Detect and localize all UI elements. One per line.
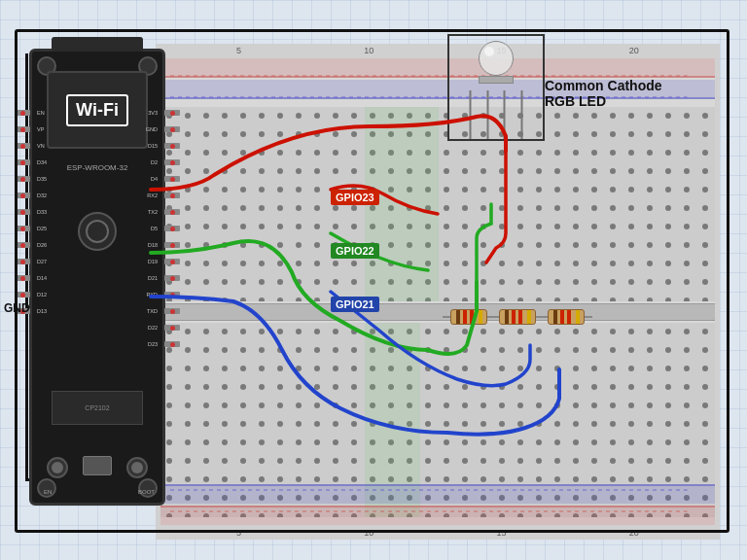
- pin-d19: D19: [146, 259, 158, 264]
- pin-d21: D21: [146, 275, 158, 281]
- esp32-pins-right: [164, 110, 180, 347]
- pin-vp: VP: [37, 126, 47, 132]
- right-pin-4: [164, 159, 180, 165]
- gpio21-label: GPIO21: [331, 297, 379, 312]
- led-reflection: [484, 47, 494, 56]
- led-component-box: [447, 34, 545, 141]
- pin-vn: VN: [37, 143, 47, 149]
- boot-label: BOOT: [138, 489, 155, 495]
- esp32-logo-inner: [86, 220, 109, 243]
- right-pin-15: [164, 341, 180, 347]
- right-pin-5: [164, 176, 180, 182]
- esp32-wifi-module: Wi-Fi: [47, 71, 148, 149]
- usb-connector: [83, 456, 112, 475]
- right-pin-6: [164, 192, 180, 198]
- pin-d2: D2: [146, 159, 158, 165]
- led-label-line1: Common Cathode: [545, 78, 662, 93]
- bb-num-10: 10: [364, 46, 374, 55]
- pin-txd: TXD: [146, 308, 158, 314]
- pin-labels-right: 3V3 GND D15 D2 D4 RX2 TX2 D5 D18 D19 D21…: [146, 110, 158, 347]
- esp32-antenna: [52, 37, 143, 52]
- pin-d27: D27: [37, 259, 47, 264]
- resistor-body-3: [548, 309, 585, 325]
- left-pin-10: [15, 259, 30, 264]
- bb-bot-num-5: 5: [236, 528, 241, 538]
- svg-rect-5: [383, 107, 402, 301]
- bottom-red-rail: [160, 508, 715, 527]
- boot-button-inner: [131, 462, 143, 473]
- led-label: Common Cathode RGB LED: [545, 78, 662, 109]
- pin-d14: D14: [37, 275, 47, 281]
- esp32-chip-label: ESP-WROOM-32: [32, 163, 162, 172]
- resistor-stripe-3c: [567, 310, 571, 324]
- pin-d32: D32: [37, 192, 47, 198]
- resistor-stripe-2d: [527, 310, 531, 324]
- pin-d34: D34: [37, 159, 47, 165]
- breadboard: 5 10 15 20: [156, 44, 720, 540]
- gpio23-label: GPIO23: [331, 190, 379, 205]
- top-red-rail: [160, 58, 715, 78]
- pin-d18: D18: [146, 242, 158, 248]
- pin-d13: D13: [37, 308, 47, 314]
- pin-d12: D12: [37, 292, 47, 298]
- esp32-module: Wi-Fi ESP-WROOM-32 EN VP VN D34 D35 D32 …: [29, 49, 165, 506]
- resistor-2: [491, 309, 544, 325]
- left-pin-11: [15, 275, 30, 281]
- svg-rect-7: [420, 107, 439, 301]
- pin-labels-left: EN VP VN D34 D35 D32 D33 D25 D26 D27 D14…: [37, 110, 47, 314]
- led-base: [479, 76, 514, 84]
- gpio22-label: GPIO22: [331, 243, 379, 259]
- left-pin-5: [15, 176, 30, 182]
- esp32-corner-br: [138, 478, 158, 498]
- resistor-stripe-2a: [505, 310, 509, 324]
- gnd-label: GND: [4, 301, 30, 315]
- pin-tx2: TX2: [146, 209, 158, 215]
- resistor-stripe-3a: [553, 310, 557, 324]
- esp32-logo: [78, 212, 117, 251]
- bb-bot-num-10: 10: [364, 528, 374, 538]
- resistor-stripe-2b: [512, 310, 516, 324]
- resistor-stripe-3d: [576, 310, 580, 324]
- en-button[interactable]: [47, 457, 68, 478]
- pin-d26: D26: [37, 242, 47, 248]
- left-pin-6: [15, 192, 30, 198]
- wifi-label: Wi-Fi: [66, 94, 128, 126]
- resistor-stripe-2c: [518, 310, 522, 324]
- right-pin-14: [164, 325, 180, 331]
- esp32-cp2102-chip: CP2102: [52, 391, 143, 425]
- resistor-lead-left-2: [491, 316, 499, 318]
- right-pin-7: [164, 209, 180, 215]
- pin-d4: D4: [146, 176, 158, 182]
- resistor-lead-left-3: [540, 316, 548, 318]
- left-pin-4: [15, 159, 30, 165]
- right-pin-8: [164, 226, 180, 231]
- resistor-body-1: [450, 309, 487, 325]
- resistor-stripe-1b: [463, 310, 467, 324]
- esp32-corner-bl: [37, 478, 56, 498]
- right-pin-13: [164, 308, 180, 314]
- left-pin-12: [15, 292, 30, 298]
- en-button-inner: [52, 462, 63, 473]
- resistor-stripe-3b: [560, 310, 564, 324]
- bottom-blue-rail: [160, 486, 715, 506]
- left-pin-2: [15, 126, 30, 132]
- led-bulb: [477, 41, 516, 85]
- left-pin-8: [15, 226, 30, 231]
- pin-d33: D33: [37, 209, 47, 215]
- resistor-stripe-1a: [456, 310, 460, 324]
- pin-rx2: RX2: [146, 192, 158, 198]
- bb-num-20: 20: [629, 46, 639, 55]
- resistor-stripe-1c: [470, 310, 474, 324]
- led-pin-3: [504, 90, 506, 139]
- left-pin-1: [15, 110, 30, 116]
- bb-num-5: 5: [236, 46, 241, 55]
- bb-bot-num-20: 20: [629, 528, 639, 538]
- left-pin-9: [15, 242, 30, 248]
- cp2102-label: CP2102: [85, 404, 109, 411]
- right-pin-3: [164, 143, 180, 149]
- pin-d25: D25: [37, 226, 47, 231]
- svg-rect-6: [402, 107, 420, 301]
- boot-button[interactable]: [126, 457, 148, 478]
- right-pin-12: [164, 292, 180, 298]
- pin-d22: D22: [146, 325, 158, 331]
